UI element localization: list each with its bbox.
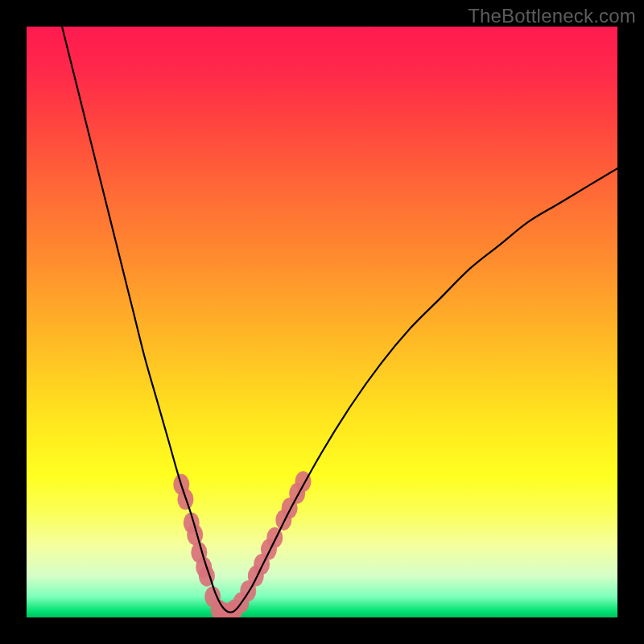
- watermark-text: TheBottleneck.com: [468, 5, 636, 27]
- bottleneck-curve-line: [62, 27, 617, 613]
- chart-frame: TheBottleneck.com: [0, 0, 644, 644]
- marker-group: [173, 471, 311, 617]
- chart-plot-area: [27, 27, 617, 617]
- chart-svg: [27, 27, 617, 617]
